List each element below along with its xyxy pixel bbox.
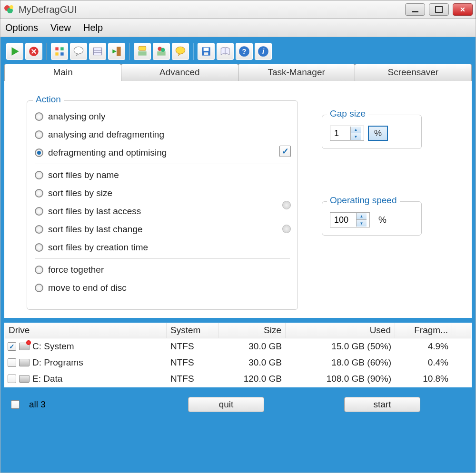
tab-screensaver[interactable]: Screensaver [355, 64, 472, 81]
quit-button[interactable]: quit [188, 397, 264, 412]
drive-checkbox[interactable] [8, 375, 16, 383]
minimize-button[interactable] [405, 3, 425, 16]
radio-analysing-only[interactable]: analysing only [35, 108, 290, 126]
radio-sort-creation[interactable]: sort files by creation time [35, 238, 290, 257]
radio-sort-last-access[interactable]: sort files by last access [35, 202, 290, 220]
drive-used: 15.0 GB (50%) [286, 341, 395, 352]
menubar: Options View Help [0, 19, 476, 37]
svg-rect-15 [138, 51, 146, 56]
drive-checkbox[interactable] [8, 342, 16, 351]
col-system[interactable]: System [167, 323, 219, 338]
operating-speed-unit: % [378, 215, 387, 225]
tab-main[interactable]: Main [4, 64, 121, 81]
drive-fragm: 4.9% [395, 341, 452, 352]
svg-rect-6 [60, 47, 64, 50]
operating-speed-spinner[interactable] [330, 212, 370, 227]
stop-icon[interactable] [25, 43, 42, 60]
svg-point-20 [176, 47, 185, 54]
cluster-icon[interactable] [153, 43, 170, 60]
menu-options[interactable]: Options [5, 22, 38, 33]
start-button[interactable]: start [344, 397, 420, 412]
action-group: Action analysing only analysing and defr… [27, 100, 298, 310]
svg-rect-22 [204, 48, 209, 51]
col-size[interactable]: Size [219, 323, 286, 338]
svg-rect-8 [60, 52, 64, 56]
drive-icon [19, 343, 30, 350]
drive-system: NTFS [167, 374, 219, 384]
radio-move-to-end[interactable]: move to end of disc [35, 279, 290, 297]
grid-icon[interactable] [51, 43, 68, 60]
drive-row[interactable]: C: SystemNTFS30.0 GB15.0 GB (50%)4.9% [5, 338, 471, 355]
close-button[interactable] [453, 3, 473, 16]
titlebar: MyDefragGUI [0, 0, 476, 19]
radio-force-together[interactable]: force together [35, 261, 290, 279]
drive-used: 108.0 GB (90%) [286, 374, 395, 384]
gap-size-spinner[interactable] [330, 126, 364, 141]
sort-direction-asc[interactable] [282, 201, 291, 209]
svg-rect-13 [117, 47, 121, 56]
tab-strip: Main Advanced Task-Manager Screensaver [4, 64, 472, 81]
all-drives-label: all 3 [29, 399, 46, 410]
drive-fragm: 10.8% [395, 374, 452, 384]
book-icon[interactable] [217, 43, 234, 60]
svg-point-19 [161, 48, 165, 52]
gap-size-legend: Gap size [327, 109, 368, 119]
menu-help[interactable]: Help [83, 22, 103, 33]
radio-defrag-optimise[interactable]: defragmenting and optimising [35, 144, 290, 162]
drive-size: 30.0 GB [219, 357, 286, 368]
speech-icon[interactable] [70, 43, 87, 60]
tab-taskmanager[interactable]: Task-Manager [238, 64, 355, 81]
play-icon[interactable] [6, 43, 23, 60]
svg-rect-17 [157, 51, 165, 56]
bottom-bar: all 3 quit start [4, 391, 472, 418]
drive-used: 18.0 GB (60%) [286, 357, 395, 368]
radio-sort-name[interactable]: sort files by name [35, 166, 290, 184]
operating-speed-input[interactable] [330, 213, 356, 227]
radio-sort-size[interactable]: sort files by size [35, 184, 290, 202]
optimise-checkbox[interactable] [279, 146, 291, 157]
drive-name: D: Programs [32, 357, 83, 368]
col-drive[interactable]: Drive [5, 323, 167, 338]
drive-size: 30.0 GB [219, 341, 286, 352]
speech2-icon[interactable] [172, 43, 189, 60]
svg-rect-10 [93, 48, 101, 55]
menu-view[interactable]: View [50, 22, 71, 33]
exit-icon[interactable] [108, 43, 125, 60]
gap-size-down[interactable] [350, 133, 361, 140]
drive-checkbox[interactable] [8, 358, 16, 367]
maximize-button[interactable] [429, 3, 449, 16]
radio-analysing-defrag[interactable]: analysing and defragmenting [35, 126, 290, 144]
info-icon[interactable]: i [255, 43, 272, 60]
gap-size-input[interactable] [330, 127, 350, 140]
sort-direction-desc[interactable] [282, 225, 291, 233]
gap-size-up[interactable] [350, 127, 361, 133]
help-icon[interactable]: ? [236, 43, 253, 60]
col-fragm[interactable]: Fragm... [395, 323, 452, 338]
save-icon[interactable] [198, 43, 215, 60]
toolbar: ? i [4, 41, 472, 62]
radio-sort-last-change[interactable]: sort files by last change [35, 220, 290, 238]
action-legend: Action [33, 94, 64, 105]
app-icon [3, 4, 15, 15]
operating-speed-up[interactable] [356, 213, 367, 220]
drive-name: E: Data [32, 374, 62, 384]
gap-size-group: Gap size % [322, 115, 422, 149]
drive-fragm: 0.4% [395, 357, 452, 368]
svg-point-2 [10, 5, 13, 9]
tab-advanced[interactable]: Advanced [121, 64, 238, 81]
gap-size-unit-button[interactable]: % [368, 126, 388, 141]
notebook-icon[interactable] [89, 43, 106, 60]
right-column: Gap size % Operating speed % [322, 115, 422, 310]
svg-rect-16 [139, 46, 146, 50]
myd-icon[interactable] [134, 43, 151, 60]
drive-size: 120.0 GB [219, 374, 286, 384]
drive-row[interactable]: E: DataNTFS120.0 GB108.0 GB (90%)10.8% [5, 371, 471, 387]
drives-header: Drive System Size Used Fragm... [5, 323, 471, 338]
operating-speed-down[interactable] [356, 220, 367, 227]
drives-table: Drive System Size Used Fragm... C: Syste… [4, 323, 472, 387]
all-drives-checkbox[interactable] [11, 400, 20, 409]
col-used[interactable]: Used [286, 323, 395, 338]
main-frame: ? i Main Advanced Task-Manager Screensav… [0, 37, 476, 473]
drive-row[interactable]: D: ProgramsNTFS30.0 GB18.0 GB (60%)0.4% [5, 355, 471, 371]
svg-rect-23 [204, 52, 208, 55]
